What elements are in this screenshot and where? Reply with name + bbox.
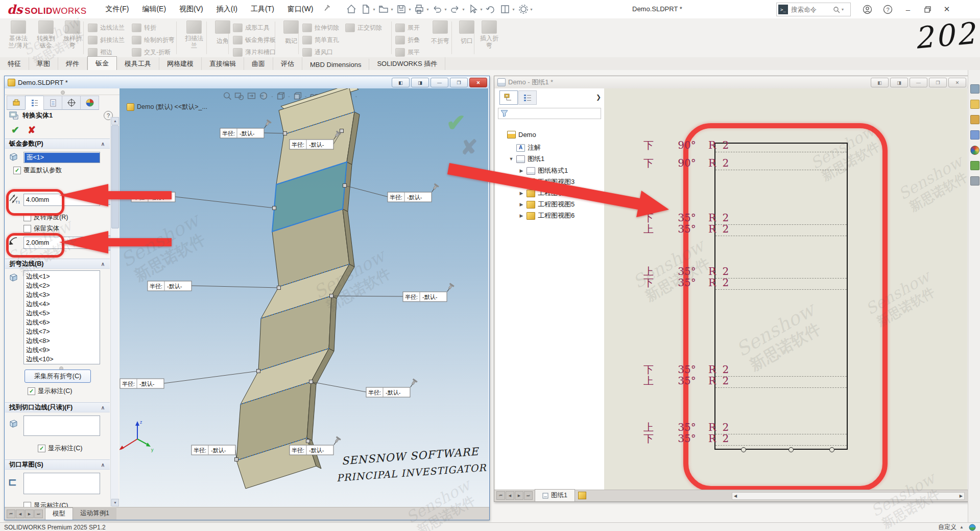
selected-face-item[interactable]: 面<1> — [25, 153, 100, 163]
ribbon-ortho-cut-0[interactable]: 正交切除 — [345, 22, 382, 33]
restore-button[interactable] — [921, 3, 934, 15]
pushpin-icon[interactable] — [409, 379, 418, 389]
home-icon[interactable] — [345, 3, 357, 15]
callout-handle[interactable] — [235, 458, 238, 461]
rip-edges-list[interactable] — [23, 415, 100, 436]
tab-直接编辑[interactable]: 直接编辑 — [202, 57, 244, 70]
account-icon[interactable] — [861, 3, 873, 15]
ribbon-jog-0[interactable]: 转折 — [132, 22, 156, 33]
tab-model[interactable]: 模型 — [45, 507, 73, 520]
collect-all-bends-button[interactable]: 采集所有折弯(C) — [25, 370, 91, 383]
radius-callout-1[interactable]: 半径:-默认- — [220, 120, 287, 138]
window-restore-button[interactable]: ❐ — [929, 78, 947, 87]
show-callouts-2-checkbox[interactable]: ✓ — [38, 445, 45, 452]
drawing-canvas[interactable]: 下90°R 2下90°R 2下35°R 2上35°R 2上35°R 2下35°R… — [604, 88, 967, 490]
new-document-dropdown-icon[interactable]: ▾ — [373, 7, 375, 12]
pushpin-icon[interactable] — [332, 436, 341, 447]
ribbon-jog-1[interactable]: 绘制的折弯 — [132, 35, 175, 45]
menu-2[interactable]: 视图(V) — [173, 1, 210, 18]
ribbon-unfold-2[interactable]: 展平 — [395, 47, 420, 57]
radius-spin-down[interactable]: ∨ — [101, 243, 111, 250]
redo-icon[interactable] — [449, 3, 461, 15]
menu-5[interactable]: 窗口(W) — [281, 1, 320, 18]
pushpin-icon[interactable] — [445, 283, 455, 293]
ribbon-forming-2[interactable]: 薄片和槽口 — [233, 47, 276, 57]
edge-item-7[interactable]: 边线<7> — [26, 327, 100, 336]
graphics-viewport[interactable]: ⌄⌄⌄⌄⌄⌄ Demo (默认) <<默认>_... ✔ ✘ 半径:-默认-半径… — [119, 88, 488, 507]
section-rip-sketch[interactable]: 切口草图(S)∧ — [5, 459, 110, 470]
ribbon-large-0[interactable]: 基体法兰/薄片 — [4, 20, 33, 49]
ribbon-large-1[interactable]: 转换到钣金 — [32, 20, 60, 49]
ribbon-cut-1[interactable]: 简单直孔 — [302, 35, 339, 45]
expander-icon[interactable]: ▶ — [519, 213, 524, 218]
ribbon-flange-1[interactable]: 斜接法兰 — [88, 35, 125, 45]
pushpin-icon[interactable] — [262, 120, 272, 130]
select-arrow-dropdown-icon[interactable]: ▾ — [480, 7, 482, 12]
pm-tab-configurations[interactable] — [43, 96, 62, 110]
window-minimize-button[interactable]: — — [431, 78, 448, 87]
edge-item-4[interactable]: 边线<4> — [26, 299, 100, 309]
ribbon-forming-1[interactable]: 钣金角撑板 — [233, 35, 276, 45]
scroll-down-icon[interactable]: ▼ — [111, 499, 119, 506]
edge-item-8[interactable]: 边线<8> — [26, 336, 100, 345]
save-icon[interactable] — [395, 3, 408, 15]
edge-item-3[interactable]: 边线<3> — [26, 290, 100, 299]
tab-草图[interactable]: 草图 — [29, 57, 58, 70]
show-callouts-1[interactable]: ✓显示标注(C) — [28, 387, 72, 396]
status-globe-icon[interactable] — [969, 524, 976, 531]
show-callouts-2[interactable]: ✓显示标注(C) — [38, 444, 82, 453]
redo-dropdown-icon[interactable]: ▾ — [462, 7, 464, 12]
nav-3-icon[interactable]: ⏭ — [524, 491, 533, 500]
options-book-dropdown-icon[interactable]: ▾ — [512, 7, 514, 12]
thickness-dropdown-button[interactable]: ∨ — [101, 196, 111, 205]
resources-home-icon[interactable] — [970, 84, 979, 94]
settings-gear-icon[interactable] — [517, 3, 530, 15]
nav-1-icon[interactable]: ◀ — [506, 491, 514, 500]
callout-handle[interactable] — [283, 132, 287, 135]
edge-item-2[interactable]: 边线<2> — [26, 281, 100, 290]
menu-3[interactable]: 插入(I) — [210, 1, 244, 18]
tree-item-Demo[interactable]: Demo — [499, 131, 536, 138]
ribbon-jog-2[interactable]: 交叉-折断 — [132, 47, 171, 57]
help-icon[interactable]: ? — [881, 3, 894, 15]
tile-left-button[interactable]: ◧ — [392, 78, 410, 87]
pm-tab-appearances[interactable] — [80, 96, 99, 110]
radius-callout-5[interactable]: 半径:-默认- — [148, 281, 281, 291]
open-dropdown-icon[interactable]: ▾ — [391, 7, 393, 12]
tile-left-button[interactable]: ◧ — [871, 78, 889, 87]
tab-钣金[interactable]: 钣金 — [87, 56, 117, 70]
select-arrow-icon[interactable] — [467, 3, 479, 15]
print-dropdown-icon[interactable]: ▾ — [426, 7, 428, 12]
section-bend-edges[interactable]: 折弯边线(B)∧ — [5, 259, 110, 269]
expander-icon[interactable]: ▼ — [509, 156, 514, 161]
callout-handle[interactable] — [306, 440, 310, 443]
expander-icon[interactable]: ▶ — [519, 168, 524, 173]
tree-tab-properties[interactable] — [518, 90, 537, 105]
settings-gear-dropdown-icon[interactable]: ▾ — [531, 7, 533, 12]
customize-dropdown-icon[interactable]: ▲ — [960, 525, 964, 529]
expander-icon[interactable]: ▶ — [519, 191, 524, 196]
collapse-icon[interactable]: ∧ — [101, 141, 105, 147]
pm-tab-property-manager[interactable] — [25, 96, 44, 110]
edge-item-1[interactable]: 边线<1> — [26, 272, 100, 281]
print-icon[interactable] — [413, 3, 425, 15]
view-palette-icon[interactable] — [970, 130, 979, 140]
callout-handle[interactable] — [257, 370, 260, 373]
tree-tab-feature[interactable] — [499, 90, 518, 105]
edge-item-9[interactable]: 边线<9> — [26, 345, 100, 355]
pm-cancel-button[interactable]: ✘ — [28, 124, 36, 136]
tree-item-图纸1[interactable]: ▼图纸1 — [509, 154, 544, 164]
section-sheet-params[interactable]: 钣金参数(P)∧ — [5, 138, 110, 149]
tree-filter-input[interactable] — [498, 108, 601, 119]
collapse-icon[interactable]: ∧ — [101, 405, 105, 410]
ribbon-stamp[interactable]: 戳记 — [277, 20, 305, 44]
radius-callout-8[interactable]: 半径:-默认- — [309, 379, 418, 397]
expander-icon[interactable]: ▶ — [519, 202, 524, 207]
tab-评估[interactable]: 评估 — [273, 57, 302, 70]
window-restore-button[interactable]: ❐ — [450, 78, 468, 87]
collapse-icon[interactable]: ∧ — [101, 261, 105, 267]
menu-0[interactable]: 文件(F) — [99, 1, 135, 18]
tab-模具工具[interactable]: 模具工具 — [117, 57, 159, 70]
tab-sheet1[interactable]: 图纸1 — [535, 489, 575, 501]
custom-props-icon[interactable] — [970, 161, 979, 170]
